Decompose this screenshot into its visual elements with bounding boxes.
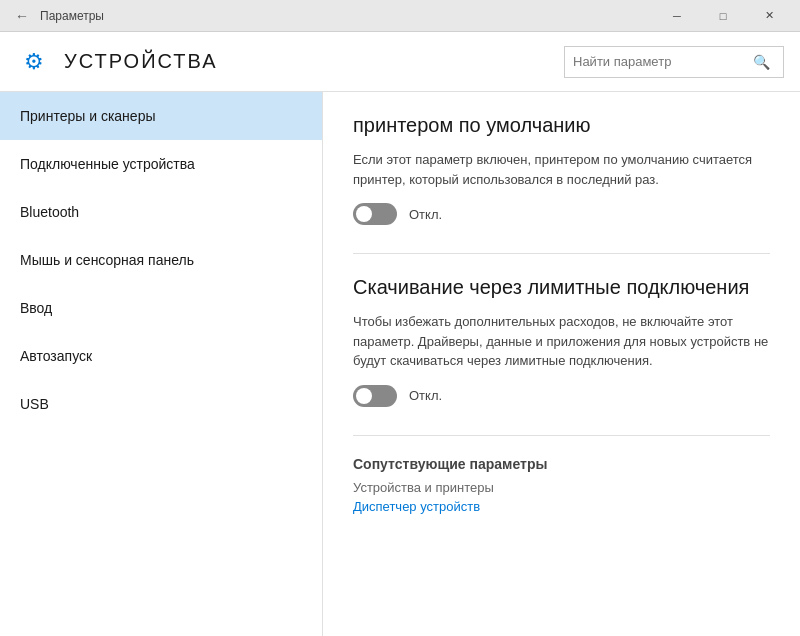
section1-title: принтером по умолчанию: [353, 112, 770, 138]
related-title: Сопутствующие параметры: [353, 456, 770, 472]
titlebar: ← Параметры ─ □ ✕: [0, 0, 800, 32]
app-header: ⚙ УСТРОЙСТВА 🔍: [0, 32, 800, 92]
sidebar-item-autorun[interactable]: Автозапуск: [0, 332, 322, 380]
devices-printers-link[interactable]: Устройства и принтеры: [353, 480, 770, 495]
toggle1-track: [353, 203, 397, 225]
toggle2-track: [353, 385, 397, 407]
content-panel: принтером по умолчанию Если этот парамет…: [323, 92, 800, 636]
sidebar-item-printers[interactable]: Принтеры и сканеры: [0, 92, 322, 140]
section2-toggle[interactable]: [353, 385, 397, 407]
main-area: Принтеры и сканеры Подключенные устройст…: [0, 92, 800, 636]
page-title: УСТРОЙСТВА: [64, 50, 218, 73]
search-box[interactable]: 🔍: [564, 46, 784, 78]
maximize-button[interactable]: □: [700, 0, 746, 32]
toggle1-thumb: [356, 206, 372, 222]
sidebar-item-usb[interactable]: USB: [0, 380, 322, 428]
gear-icon: ⚙: [16, 44, 52, 80]
window-controls: ─ □ ✕: [654, 0, 792, 32]
section2-title: Скачивание через лимитные подключения: [353, 274, 770, 300]
section1-desc: Если этот параметр включен, принтером по…: [353, 150, 770, 189]
section1-toggle-label: Откл.: [409, 207, 442, 222]
section1-toggle-row: Откл.: [353, 203, 770, 225]
divider2: [353, 435, 770, 436]
close-button[interactable]: ✕: [746, 0, 792, 32]
sidebar-item-connected-devices[interactable]: Подключенные устройства: [0, 140, 322, 188]
sidebar: Принтеры и сканеры Подключенные устройст…: [0, 92, 323, 636]
sidebar-item-input[interactable]: Ввод: [0, 284, 322, 332]
search-icon: 🔍: [745, 46, 777, 78]
toggle2-thumb: [356, 388, 372, 404]
section2-desc: Чтобы избежать дополнительных расходов, …: [353, 312, 770, 371]
device-manager-link[interactable]: Диспетчер устройств: [353, 499, 770, 514]
section1-toggle[interactable]: [353, 203, 397, 225]
sidebar-item-mouse[interactable]: Мышь и сенсорная панель: [0, 236, 322, 284]
titlebar-title: Параметры: [40, 9, 104, 23]
search-input[interactable]: [565, 54, 745, 69]
section2-toggle-label: Откл.: [409, 388, 442, 403]
sidebar-item-bluetooth[interactable]: Bluetooth: [0, 188, 322, 236]
back-button[interactable]: ←: [8, 2, 36, 30]
minimize-button[interactable]: ─: [654, 0, 700, 32]
section2-toggle-row: Откл.: [353, 385, 770, 407]
divider1: [353, 253, 770, 254]
